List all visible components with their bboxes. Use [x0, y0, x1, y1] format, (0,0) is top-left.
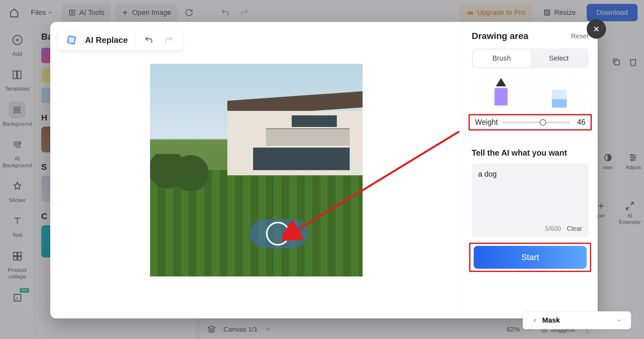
brush-cursor: [266, 222, 290, 246]
modal-undo-button[interactable]: [142, 34, 155, 46]
image-trees: [150, 154, 208, 193]
slider-thumb[interactable]: [540, 119, 546, 126]
char-count: 5/600: [545, 225, 561, 232]
modal-toolbar: AI Replace: [58, 30, 182, 50]
close-icon: [592, 25, 601, 33]
eraser-tool[interactable]: [551, 78, 567, 107]
weight-control: Weight 46: [472, 113, 589, 131]
ai-replace-modal: AI Replace: [50, 22, 598, 318]
modal-title: AI Replace: [85, 35, 128, 45]
tool-mode-segment: Brush Select: [472, 48, 589, 68]
modal-right-panel: Drawing area Reset Brush Select Weight: [462, 22, 598, 318]
mask-button[interactable]: Mask: [523, 311, 631, 329]
reset-button[interactable]: Reset: [571, 32, 589, 40]
start-label: Start: [521, 252, 539, 262]
tab-select[interactable]: Select: [530, 50, 588, 67]
ai-replace-icon: [65, 34, 78, 46]
weight-label: Weight: [475, 118, 498, 127]
start-button[interactable]: Start: [474, 246, 587, 269]
chevron-down-icon: [616, 317, 622, 323]
canvas-image[interactable]: [150, 64, 363, 276]
svg-rect-37: [69, 37, 74, 43]
redo-icon: [164, 35, 173, 44]
modal-redo-button[interactable]: [162, 34, 175, 46]
panel-title: Drawing area: [472, 31, 528, 41]
clear-button[interactable]: Clear: [567, 225, 582, 232]
pen-tool[interactable]: [493, 78, 509, 107]
prompt-title: Tell the AI what you want: [472, 148, 589, 158]
prompt-text: a dog: [478, 170, 497, 178]
close-button[interactable]: [587, 19, 606, 39]
separator: [135, 34, 135, 46]
undo-icon: [144, 35, 153, 44]
chevron-left-icon: [532, 317, 538, 323]
weight-slider[interactable]: [502, 121, 570, 123]
tab-brush[interactable]: Brush: [473, 50, 530, 67]
divider: [463, 140, 598, 140]
weight-value: 46: [574, 118, 585, 127]
modal-canvas-area: AI Replace: [50, 22, 462, 318]
prompt-textarea[interactable]: a dog 5/600 Clear: [472, 163, 589, 237]
tool-icons-row: [472, 74, 589, 113]
image-house: [227, 96, 363, 180]
